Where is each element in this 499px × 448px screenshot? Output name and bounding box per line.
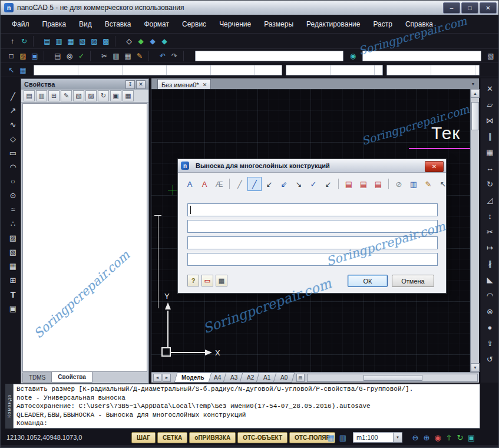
props-table-icon[interactable]: ▤ <box>24 90 35 101</box>
paste-icon[interactable]: ▦ <box>122 50 134 62</box>
point-icon[interactable]: ∴ <box>6 216 19 230</box>
text-align-right-icon[interactable]: ▤ <box>371 177 385 191</box>
document-tab[interactable]: Без имени0* ✕ <box>157 79 211 90</box>
leader-check-icon[interactable]: ✓ <box>306 177 320 191</box>
mirror-icon[interactable]: ⋈ <box>483 113 497 129</box>
sheet-tab-model[interactable]: Модель <box>174 373 212 383</box>
props-grid-icon[interactable]: ▦ <box>123 90 134 101</box>
undo-icon[interactable]: ↶ <box>157 50 168 62</box>
attach-icon[interactable]: ◉ <box>347 50 359 62</box>
record-icon[interactable]: ◉ <box>432 432 443 443</box>
dialog-title-bar[interactable]: n Выноска для многослойных конструкций ✕ <box>178 159 446 173</box>
polygon-icon[interactable]: ◇ <box>6 131 19 146</box>
properties-header[interactable]: Свойства ↧ ✕ <box>21 79 148 90</box>
rectangle-icon[interactable]: ▭ <box>6 146 19 160</box>
layer-combobox[interactable] <box>34 65 282 75</box>
props-filter-icon[interactable]: ▧ <box>73 90 84 101</box>
leader-arrow-icon-4[interactable]: ↙ <box>321 177 335 191</box>
zoom-out-icon[interactable]: ⊖ <box>410 432 421 443</box>
line-thin-icon[interactable]: ╱ <box>233 177 247 191</box>
menu-modify[interactable]: Редактирование <box>300 18 366 31</box>
leader-arrow-icon-3[interactable]: ↘ <box>292 177 306 191</box>
leader-arrow-icon-2[interactable]: ⇙ <box>277 177 291 191</box>
ellipse-icon[interactable]: ⊙ <box>6 188 19 202</box>
diamond-white-icon[interactable]: ◇ <box>123 35 135 47</box>
copy-icon[interactable]: ▥ <box>110 50 122 62</box>
menu-insert[interactable]: Вставка <box>98 18 138 31</box>
preview-icon[interactable]: ◎ <box>64 50 75 62</box>
trim-icon[interactable]: ✂ <box>483 224 497 240</box>
rotate-icon[interactable]: ↻ <box>483 176 497 192</box>
search-combobox[interactable] <box>362 51 481 61</box>
line-icon[interactable]: ╱ <box>6 89 19 103</box>
tab-list-dropdown-icon[interactable]: ▼ <box>469 80 477 88</box>
polyline-icon[interactable]: ∿ <box>6 117 19 131</box>
diamond-teal-icon[interactable]: ◆ <box>158 35 170 47</box>
viewports-icon[interactable]: ▦ <box>326 432 336 443</box>
leader-text-input-2[interactable] <box>187 220 438 233</box>
viewport-icon[interactable]: ▣ <box>466 432 477 443</box>
menu-view[interactable]: Вид <box>72 18 98 31</box>
menu-edit[interactable]: Правка <box>36 18 73 31</box>
no-symbol-icon[interactable]: ⊘ <box>392 177 406 191</box>
menu-service[interactable]: Сервис <box>176 18 213 31</box>
horizontal-scrollbar[interactable] <box>307 374 478 382</box>
window-layout-icon-2[interactable]: ▥ <box>53 35 65 47</box>
selection-filter-combobox[interactable] <box>195 51 343 61</box>
command-prompt[interactable]: Команда: <box>16 419 477 428</box>
command-panel-tab[interactable]: Команда <box>5 384 13 429</box>
field-icon[interactable]: ▧ <box>485 50 497 62</box>
explode-icon[interactable]: ⊗ <box>483 304 497 319</box>
ray-icon[interactable]: ↗ <box>6 103 19 117</box>
pan-icon[interactable]: ⇧ <box>483 335 497 351</box>
window-layout-icon-5[interactable]: ▨ <box>88 35 100 47</box>
align-letters-icon[interactable]: Æ <box>212 177 226 191</box>
sheet-view-icon[interactable]: ▥ <box>338 432 348 443</box>
close-button[interactable]: ✕ <box>480 2 497 14</box>
regen-icon[interactable]: ↺ <box>483 351 497 367</box>
menu-format[interactable]: Формат <box>137 18 176 31</box>
cut-icon[interactable]: ✂ <box>98 50 110 62</box>
props-edit-icon[interactable]: ✎ <box>61 90 72 101</box>
diamond-green-icon[interactable]: ◆ <box>135 35 147 47</box>
menu-file[interactable]: Файл <box>5 18 36 31</box>
offset-icon[interactable]: ∥ <box>483 129 497 144</box>
panel-close-icon[interactable]: ✕ <box>136 80 146 89</box>
remove-frame-icon[interactable]: ▭ <box>201 275 213 286</box>
props-add-icon[interactable]: ⊞ <box>48 90 60 101</box>
open-folder-icon[interactable]: ▨ <box>17 50 29 62</box>
annotate-icon[interactable]: ✎ <box>421 177 435 191</box>
props-hatch-icon[interactable]: ▨ <box>85 90 97 101</box>
window-layout-icon-1[interactable]: ▤ <box>41 35 53 47</box>
tab-tdms[interactable]: TDMS <box>22 373 52 383</box>
options-grid-icon[interactable]: ▦ <box>216 275 227 286</box>
extend-icon[interactable]: ↦ <box>483 240 497 256</box>
spline-icon[interactable]: ≈ <box>6 202 19 216</box>
text-icon[interactable]: T <box>6 287 19 301</box>
props-refresh-icon[interactable]: ↻ <box>98 90 109 101</box>
ok-button[interactable]: ОК <box>348 275 388 287</box>
minimize-button[interactable]: – <box>443 2 460 14</box>
pan-up-icon[interactable]: ⇧ <box>444 432 454 443</box>
render-sphere-icon[interactable]: ● <box>483 319 497 335</box>
plot-icon[interactable]: ▤ <box>52 50 64 62</box>
select-cursor-icon[interactable]: ↖ <box>5 64 17 76</box>
new-file-icon[interactable]: □ <box>5 50 17 62</box>
color-combobox[interactable] <box>286 65 383 75</box>
fillet-icon[interactable]: ◠ <box>483 288 497 304</box>
menu-draw[interactable]: Черчение <box>213 18 257 31</box>
text-align-center-icon[interactable]: ▤ <box>356 177 371 191</box>
erase-icon[interactable]: ✕ <box>483 81 497 97</box>
dialog-close-button[interactable]: ✕ <box>425 161 444 172</box>
leader-text-input-4[interactable] <box>187 253 438 266</box>
circle-icon[interactable]: ○ <box>6 174 19 188</box>
save-icon[interactable]: ▣ <box>29 50 41 62</box>
move-icon[interactable]: ↔ <box>483 160 497 176</box>
horizontal-scroll-thumb[interactable] <box>363 375 422 381</box>
font-edit-icon[interactable]: A <box>183 177 197 191</box>
hatch-icon[interactable]: ▨ <box>6 230 19 245</box>
line-leader-icon[interactable]: ╱ <box>247 177 262 191</box>
window-layout-icon-3[interactable]: ▦ <box>65 35 77 47</box>
redo-icon[interactable]: ↷ <box>168 50 180 62</box>
scale-combobox[interactable]: m1:100 ▼ <box>353 432 402 443</box>
